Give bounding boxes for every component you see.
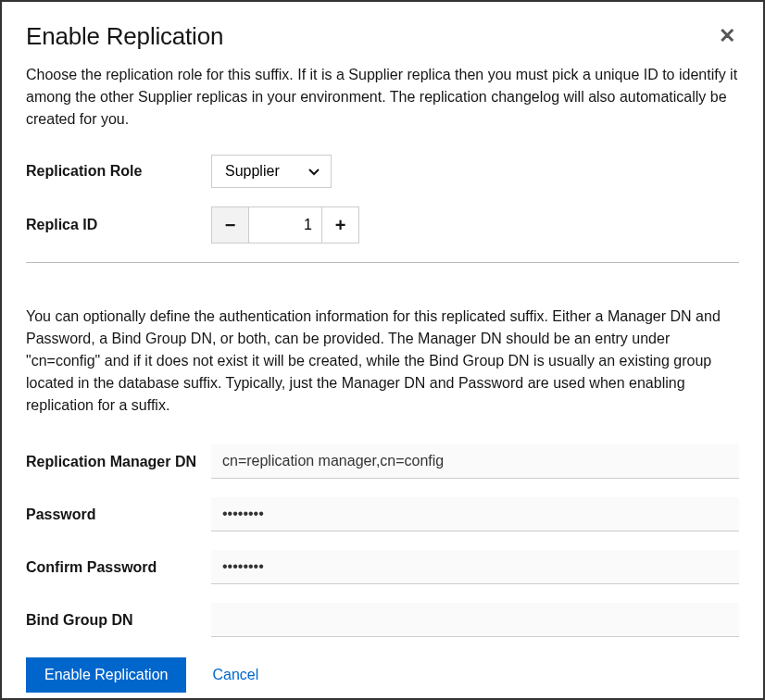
replica-id-stepper: − + [211,206,359,244]
manager-dn-input[interactable] [211,444,739,479]
label-confirm-password: Confirm Password [26,559,211,576]
stepper-decrement-button[interactable]: − [212,207,249,243]
cancel-button[interactable]: Cancel [212,667,258,683]
label-bind-group-dn: Bind Group DN [26,612,211,629]
confirm-password-input[interactable] [211,550,739,584]
chevron-down-icon [308,163,320,180]
bind-group-dn-input[interactable] [211,603,739,637]
replica-id-input[interactable] [249,207,321,243]
password-input[interactable] [211,497,739,531]
label-replication-role: Replication Role [26,163,211,180]
replication-role-select[interactable]: Supplier [211,155,332,188]
label-password: Password [26,506,211,523]
label-manager-dn: Replication Manager DN [26,454,211,470]
description-auth: You can optionally define the authentica… [26,306,739,417]
label-replica-id: Replica ID [26,217,211,233]
enable-replication-button[interactable]: Enable Replication [26,657,186,693]
description-top: Choose the replication role for this suf… [26,64,739,131]
close-icon[interactable]: ✕ [715,22,739,50]
dialog-title: Enable Replication [26,22,223,51]
stepper-increment-button[interactable]: + [321,207,358,243]
section-divider [26,262,739,263]
replication-role-value: Supplier [225,163,280,179]
